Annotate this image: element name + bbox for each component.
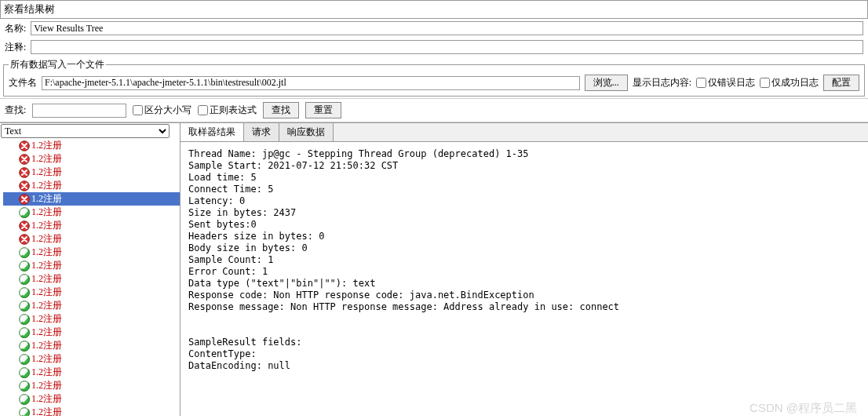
tab-request[interactable]: 请求 xyxy=(244,123,279,141)
tree-item-label: 1.2注册 xyxy=(31,259,62,272)
tree-item[interactable]: 1.2注册 xyxy=(3,406,180,416)
success-icon xyxy=(19,341,30,352)
tree-item-label: 1.2注册 xyxy=(31,406,62,416)
success-icon xyxy=(19,301,30,312)
error-icon xyxy=(19,180,30,191)
name-label: 名称: xyxy=(5,22,26,35)
error-only-checkbox[interactable]: 仅错误日志 xyxy=(696,76,755,89)
tree-item-label: 1.2注册 xyxy=(31,192,62,206)
tree-item[interactable]: 1.2注册 xyxy=(3,272,180,286)
success-only-label: 仅成功日志 xyxy=(771,76,819,89)
search-label: 查找: xyxy=(5,104,26,117)
tree-item-label: 1.2注册 xyxy=(31,219,62,232)
tree-item-label: 1.2注册 xyxy=(31,366,62,379)
success-icon xyxy=(19,207,30,218)
tree-item[interactable]: 1.2注册 xyxy=(3,206,180,219)
result-tree[interactable]: 1.2注册1.2注册1.2注册1.2注册1.2注册1.2注册1.2注册1.2注册… xyxy=(0,139,180,416)
tree-item[interactable]: 1.2注册 xyxy=(3,219,180,232)
error-icon xyxy=(19,194,30,205)
tree-item-label: 1.2注册 xyxy=(31,379,62,392)
error-only-label: 仅错误日志 xyxy=(708,76,755,89)
tree-item-label: 1.2注册 xyxy=(31,272,62,286)
show-log-label: 显示日志内容: xyxy=(633,76,691,89)
tree-item-label: 1.2注册 xyxy=(31,179,62,192)
success-icon xyxy=(19,287,30,298)
tree-item-label: 1.2注册 xyxy=(31,339,62,352)
reset-button[interactable]: 重置 xyxy=(305,102,341,118)
error-icon xyxy=(19,167,30,178)
tree-item-label: 1.2注册 xyxy=(31,312,62,326)
filename-input[interactable] xyxy=(42,76,580,90)
tree-item[interactable]: 1.2注册 xyxy=(3,392,180,406)
tree-item-label: 1.2注册 xyxy=(31,206,62,219)
tree-item[interactable]: 1.2注册 xyxy=(3,232,180,246)
error-icon xyxy=(19,234,30,245)
tree-item[interactable]: 1.2注册 xyxy=(3,286,180,299)
tree-item-label: 1.2注册 xyxy=(31,352,62,366)
tree-item-label: 1.2注册 xyxy=(31,166,62,179)
tree-item[interactable]: 1.2注册 xyxy=(3,352,180,366)
success-icon xyxy=(19,394,30,405)
tree-item[interactable]: 1.2注册 xyxy=(3,139,180,152)
tree-item[interactable]: 1.2注册 xyxy=(3,246,180,259)
panel-title: 察看结果树 xyxy=(0,0,868,19)
tree-item[interactable]: 1.2注册 xyxy=(3,192,180,206)
tree-item[interactable]: 1.2注册 xyxy=(3,339,180,352)
configure-button[interactable]: 配置 xyxy=(823,75,859,91)
sampler-detail: Thread Name: jp@gc - Stepping Thread Gro… xyxy=(181,142,868,416)
success-icon xyxy=(19,314,30,325)
find-button[interactable]: 查找 xyxy=(263,102,299,118)
error-icon xyxy=(19,220,30,231)
comment-label: 注释: xyxy=(5,41,26,54)
case-sensitive-label: 区分大小写 xyxy=(144,104,191,117)
error-icon xyxy=(19,154,30,165)
success-icon xyxy=(19,261,30,271)
tab-response[interactable]: 响应数据 xyxy=(279,123,334,141)
regex-checkbox[interactable]: 正则表达式 xyxy=(198,104,257,117)
tree-item-label: 1.2注册 xyxy=(31,139,62,152)
tree-item-label: 1.2注册 xyxy=(31,246,62,259)
regex-label: 正则表达式 xyxy=(210,104,257,117)
tree-item-label: 1.2注册 xyxy=(31,326,62,339)
tree-item-label: 1.2注册 xyxy=(31,152,62,166)
name-input[interactable] xyxy=(31,21,863,35)
tree-item-label: 1.2注册 xyxy=(31,392,62,406)
tree-item[interactable]: 1.2注册 xyxy=(3,152,180,166)
tree-item[interactable]: 1.2注册 xyxy=(3,326,180,339)
success-icon xyxy=(19,247,30,258)
search-input[interactable] xyxy=(32,104,126,118)
filename-label: 文件名 xyxy=(9,76,37,89)
case-sensitive-checkbox[interactable]: 区分大小写 xyxy=(133,104,191,117)
success-icon xyxy=(19,274,30,285)
tree-item[interactable]: 1.2注册 xyxy=(3,259,180,272)
tab-sampler-result[interactable]: 取样器结果 xyxy=(181,123,244,141)
success-icon xyxy=(19,367,30,378)
tree-item[interactable]: 1.2注册 xyxy=(3,179,180,192)
file-fieldset: 所有数据写入一个文件 文件名 浏览... 显示日志内容: 仅错误日志 仅成功日志… xyxy=(3,58,865,97)
tree-item-label: 1.2注册 xyxy=(31,299,62,312)
tree-item-label: 1.2注册 xyxy=(31,232,62,246)
browse-button[interactable]: 浏览... xyxy=(585,75,628,91)
tree-item[interactable]: 1.2注册 xyxy=(3,379,180,392)
success-icon xyxy=(19,327,30,338)
file-legend: 所有数据写入一个文件 xyxy=(9,58,106,71)
tree-item[interactable]: 1.2注册 xyxy=(3,366,180,379)
success-icon xyxy=(19,407,30,417)
tree-item[interactable]: 1.2注册 xyxy=(3,166,180,179)
tree-item-label: 1.2注册 xyxy=(31,286,62,299)
success-icon xyxy=(19,354,30,365)
render-type-select[interactable]: Text xyxy=(1,124,170,138)
tree-item[interactable]: 1.2注册 xyxy=(3,299,180,312)
success-only-checkbox[interactable]: 仅成功日志 xyxy=(760,76,819,89)
success-icon xyxy=(19,381,30,392)
comment-input[interactable] xyxy=(31,40,863,54)
tree-item[interactable]: 1.2注册 xyxy=(3,312,180,326)
error-icon xyxy=(19,140,30,151)
